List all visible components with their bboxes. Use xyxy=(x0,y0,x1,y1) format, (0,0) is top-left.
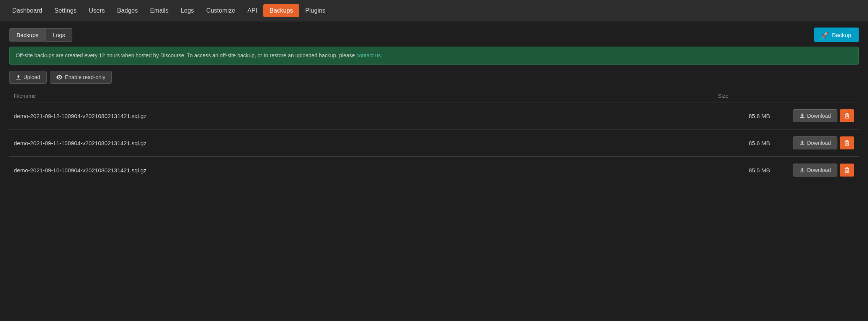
action-buttons-row: Upload Enable read-only xyxy=(9,71,859,84)
actions-cell: Download xyxy=(775,130,859,157)
svg-rect-3 xyxy=(800,172,804,172)
backup-button[interactable]: 🚀 Backup xyxy=(814,28,859,42)
trash-icon xyxy=(844,140,850,146)
nav-item-users[interactable]: Users xyxy=(83,4,111,17)
size-cell: 85.6 MB xyxy=(713,130,775,157)
nav-item-dashboard[interactable]: Dashboard xyxy=(6,4,48,17)
nav-item-badges[interactable]: Badges xyxy=(111,4,144,17)
nav-item-settings[interactable]: Settings xyxy=(48,4,83,17)
actions-cell: Download xyxy=(775,102,859,130)
trash-icon xyxy=(844,113,850,119)
nav-item-customize[interactable]: Customize xyxy=(200,4,241,17)
download-button-0[interactable]: Download xyxy=(793,109,837,122)
tab-backups[interactable]: Backups xyxy=(9,28,46,42)
nav-item-plugins[interactable]: Plugins xyxy=(299,4,331,17)
tabs-row: Backups Logs 🚀 Backup xyxy=(9,28,859,42)
upload-icon xyxy=(16,75,21,80)
contact-us-link[interactable]: contact us xyxy=(356,52,381,58)
svg-rect-2 xyxy=(800,144,804,145)
delete-button-0[interactable] xyxy=(840,109,854,122)
upload-button[interactable]: Upload xyxy=(9,71,47,84)
col-size: Size xyxy=(713,90,775,102)
filename-cell: demo-2021-09-11-100904-v20210802131421.s… xyxy=(9,130,713,157)
action-group: Download xyxy=(779,164,854,177)
table-row: demo-2021-09-10-100904-v20210802131421.s… xyxy=(9,157,859,184)
download-icon xyxy=(799,167,805,173)
filename-cell: demo-2021-09-12-100904-v20210802131421.s… xyxy=(9,102,713,130)
download-button-1[interactable]: Download xyxy=(793,136,837,149)
action-group: Download xyxy=(779,136,854,149)
svg-rect-1 xyxy=(800,117,804,118)
top-navigation: Dashboard Settings Users Badges Emails L… xyxy=(0,0,868,21)
main-content: Backups Logs 🚀 Backup Off-site backups a… xyxy=(0,21,868,190)
nav-item-emails[interactable]: Emails xyxy=(144,4,175,17)
actions-cell: Download xyxy=(775,157,859,184)
svg-rect-0 xyxy=(16,79,21,79)
enable-readonly-button[interactable]: Enable read-only xyxy=(50,71,112,84)
download-button-2[interactable]: Download xyxy=(793,164,837,177)
table-row: demo-2021-09-11-100904-v20210802131421.s… xyxy=(9,130,859,157)
col-actions xyxy=(775,90,859,102)
col-filename: Filename xyxy=(9,90,713,102)
download-icon xyxy=(799,140,805,146)
tab-logs[interactable]: Logs xyxy=(46,28,73,42)
delete-button-2[interactable] xyxy=(840,164,854,177)
info-text-after: . xyxy=(381,52,382,58)
size-cell: 85.5 MB xyxy=(713,157,775,184)
action-group: Download xyxy=(779,109,854,122)
rocket-icon: 🚀 xyxy=(822,31,829,38)
nav-item-backups[interactable]: Backups xyxy=(263,4,299,17)
eye-icon xyxy=(56,75,62,79)
table-row: demo-2021-09-12-100904-v20210802131421.s… xyxy=(9,102,859,130)
nav-item-logs[interactable]: Logs xyxy=(175,4,200,17)
delete-button-1[interactable] xyxy=(840,136,854,149)
trash-icon xyxy=(844,167,850,173)
tab-group: Backups Logs xyxy=(9,28,72,42)
filename-cell: demo-2021-09-10-100904-v20210802131421.s… xyxy=(9,157,713,184)
size-cell: 85.8 MB xyxy=(713,102,775,130)
info-text-before: Off-site backups are created every 12 ho… xyxy=(16,52,356,58)
backup-table: Filename Size demo-2021-09-12-100904-v20… xyxy=(9,90,859,183)
download-icon xyxy=(799,113,805,118)
nav-item-api[interactable]: API xyxy=(241,4,263,17)
info-banner: Off-site backups are created every 12 ho… xyxy=(9,47,859,65)
